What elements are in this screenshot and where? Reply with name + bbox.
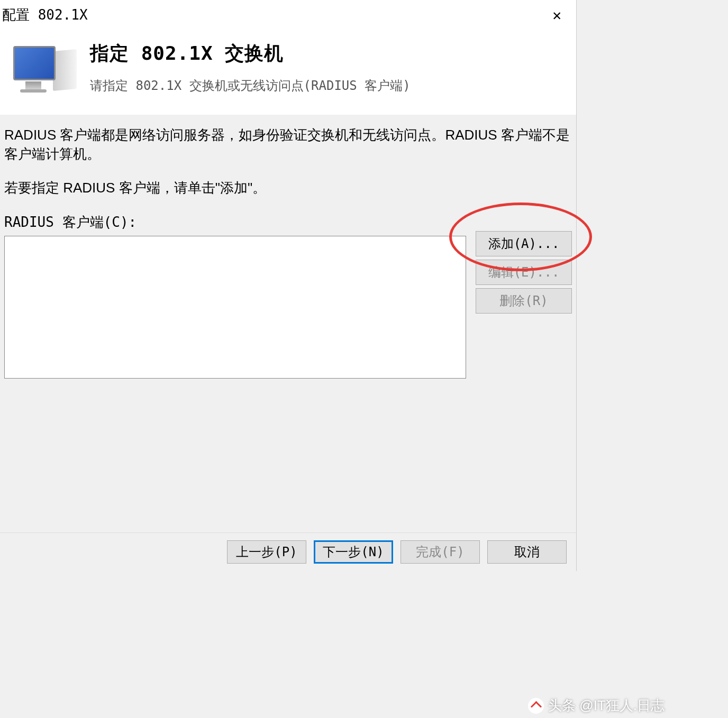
- close-icon[interactable]: ✕: [546, 4, 568, 26]
- list-label: RADIUS 客户端(C):: [4, 213, 466, 232]
- header-text: 指定 802.1X 交换机 请指定 802.1X 交换机或无线访问点(RADIU…: [90, 41, 571, 94]
- previous-button[interactable]: 上一步(P): [227, 540, 306, 564]
- page-subtitle: 请指定 802.1X 交换机或无线访问点(RADIUS 客户端): [90, 77, 571, 94]
- watermark-text: 头条 @IT狂人.日志: [548, 696, 665, 715]
- side-button-column: 添加(A)... 编辑(E)... 删除(R): [476, 213, 572, 314]
- radius-clients-listbox[interactable]: [4, 236, 466, 379]
- watermark: 头条 @IT狂人.日志: [528, 696, 665, 715]
- list-column: RADIUS 客户端(C):: [4, 213, 466, 379]
- dialog-window: 配置 802.1X ✕ 指定 802.1X 交换机 请指定 802.1X 交换机…: [0, 0, 577, 571]
- next-button[interactable]: 下一步(N): [314, 540, 393, 564]
- body-section: RADIUS 客户端都是网络访问服务器，如身份验证交换机和无线访问点。RADIU…: [0, 115, 576, 532]
- finish-button: 完成(F): [401, 540, 480, 564]
- page-title: 指定 802.1X 交换机: [90, 41, 571, 67]
- window-title: 配置 802.1X: [2, 6, 88, 24]
- header-section: 指定 802.1X 交换机 请指定 802.1X 交换机或无线访问点(RADIU…: [0, 30, 576, 115]
- footer-section: 上一步(P) 下一步(N) 完成(F) 取消: [0, 532, 576, 571]
- cancel-button[interactable]: 取消: [487, 540, 567, 564]
- list-section: RADIUS 客户端(C): 添加(A)... 编辑(E)... 删除(R): [4, 213, 572, 379]
- remove-button: 删除(R): [476, 288, 572, 314]
- monitor-icon: [11, 41, 74, 99]
- instruction-text: 若要指定 RADIUS 客户端，请单击"添加"。: [4, 179, 572, 197]
- edit-button: 编辑(E)...: [476, 260, 572, 285]
- watermark-icon: [528, 698, 544, 714]
- description-text: RADIUS 客户端都是网络访问服务器，如身份验证交换机和无线访问点。RADIU…: [4, 125, 572, 164]
- add-button[interactable]: 添加(A)...: [476, 231, 572, 256]
- titlebar: 配置 802.1X ✕: [0, 0, 576, 30]
